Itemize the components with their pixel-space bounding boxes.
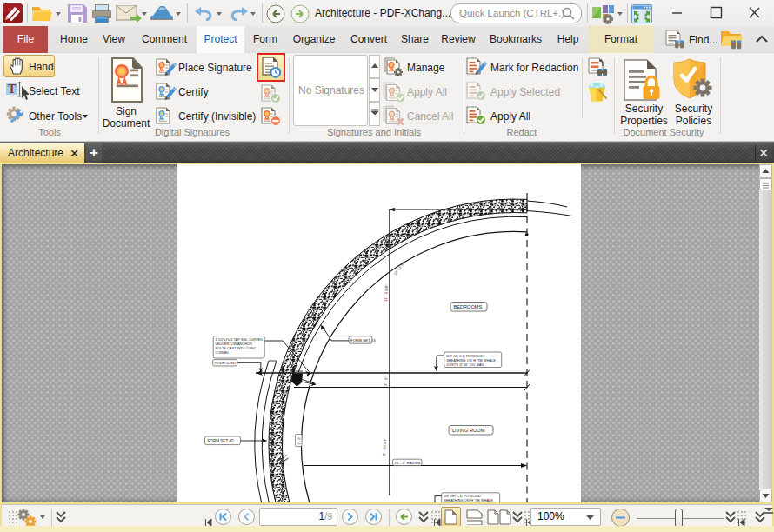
svg-text:11' - 0 5/8": 11' - 0 5/8": [384, 284, 389, 302]
svg-text:CORBEL: CORBEL: [216, 350, 230, 355]
svg-text:9' - 10 1/4": 9' - 10 1/4": [382, 437, 387, 456]
svg-text:16' - 0" RADIUS: 16' - 0" RADIUS: [395, 461, 421, 465]
svg-text:SHEATHING ON 'H' TIE WHALE: SHEATHING ON 'H' TIE WHALE: [444, 498, 493, 502]
svg-text:FORM SET #2: FORM SET #2: [208, 439, 234, 443]
svg-text:POUR JOINT: POUR JOINT: [215, 361, 237, 365]
svg-text:BEDROOMS: BEDROOMS: [454, 304, 483, 309]
svg-text:10' - 3 3/4": 10' - 3 3/4": [393, 259, 407, 276]
svg-text:JOISTS @ 16" O/C MAX: JOISTS @ 16" O/C MAX: [446, 362, 484, 367]
svg-text:FORM SET #3: FORM SET #3: [350, 338, 376, 342]
svg-text:3' - 0": 3' - 0": [384, 376, 389, 386]
svg-text:T: T: [8, 83, 17, 96]
svg-text:LIVING ROOM: LIVING ROOM: [452, 428, 485, 433]
svg-text:1' - 6": 1' - 6": [297, 436, 302, 446]
